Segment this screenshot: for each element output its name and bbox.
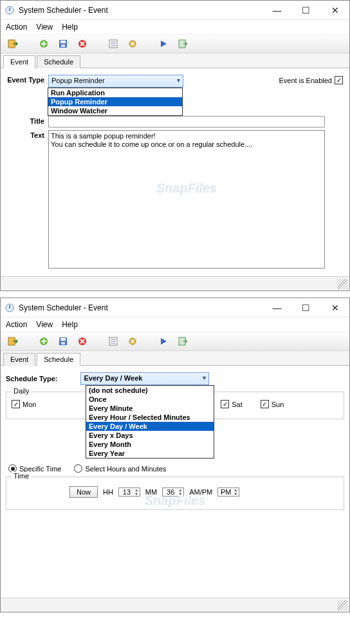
svg-rect-5: [60, 41, 66, 43]
day-sun-label: Sun: [272, 401, 284, 408]
text-label: Text: [6, 130, 48, 139]
save-icon[interactable]: [55, 333, 71, 350]
log-icon[interactable]: [174, 35, 191, 52]
hh-label: HH: [103, 488, 113, 496]
enabled-checkbox[interactable]: ✓: [335, 76, 343, 84]
list-icon[interactable]: [105, 333, 122, 350]
statusbar: [1, 598, 349, 612]
tab-schedule[interactable]: Schedule: [37, 353, 80, 366]
opt-every-month[interactable]: Every Month: [86, 440, 214, 449]
add-icon[interactable]: [35, 333, 52, 350]
menubar: Action View Help: [1, 317, 349, 332]
text-content: This is a sample popup reminder! You can…: [51, 132, 252, 148]
window-event-tab: System Scheduler - Event — ☐ ✕ Action Vi…: [0, 0, 350, 291]
titlebar: System Scheduler - Event — ☐ ✕: [1, 298, 349, 317]
title-input[interactable]: [48, 116, 325, 128]
day-mon[interactable]: ✓Mon: [12, 400, 36, 408]
menubar: Action View Help: [1, 20, 349, 34]
svg-rect-21: [61, 342, 65, 345]
schedule-panel: Schedule Type: Every Day / Week (do not …: [1, 366, 349, 598]
menu-help[interactable]: Help: [62, 23, 78, 32]
exit-icon[interactable]: [5, 35, 21, 52]
schedule-type-select[interactable]: Every Day / Week: [80, 372, 209, 385]
opt-every-x-days[interactable]: Every x Days: [86, 431, 214, 440]
close-button[interactable]: ✕: [320, 1, 349, 20]
enabled-label: Event is Enabled: [279, 77, 332, 84]
event-type-dropdown: Run Application Popup Reminder Window Wa…: [48, 88, 183, 116]
title-label: Title: [6, 116, 48, 125]
titlebar: System Scheduler - Event — ☐ ✕: [1, 1, 349, 20]
log-icon[interactable]: [174, 333, 191, 350]
event-enabled: Event is Enabled ✓: [279, 76, 343, 84]
opt-popup-reminder[interactable]: Popup Reminder: [48, 97, 182, 106]
save-icon[interactable]: [55, 35, 71, 52]
statusbar: [1, 276, 349, 290]
day-sat-label: Sat: [232, 401, 243, 408]
gear-icon[interactable]: [124, 333, 141, 350]
menu-action[interactable]: Action: [6, 320, 27, 329]
add-icon[interactable]: [35, 35, 52, 52]
opt-every-hour[interactable]: Every Hour / Selected Minutes: [86, 413, 214, 422]
tab-schedule[interactable]: Schedule: [37, 55, 80, 68]
svg-point-28: [131, 340, 134, 343]
ampm-spinner[interactable]: PM▲▼: [217, 488, 239, 497]
event-type-label: Event Type: [6, 75, 48, 84]
daily-legend: Daily: [12, 387, 31, 395]
svg-point-13: [131, 43, 134, 45]
delete-icon[interactable]: [74, 333, 91, 350]
svg-rect-6: [61, 44, 65, 47]
menu-help[interactable]: Help: [62, 320, 78, 329]
run-icon[interactable]: [155, 35, 172, 52]
delete-icon[interactable]: [74, 35, 91, 52]
day-mon-label: Mon: [23, 401, 36, 408]
close-button[interactable]: ✕: [320, 298, 349, 317]
watermark: SnapFiles: [156, 180, 217, 196]
mm-spinner[interactable]: 36▲▼: [162, 488, 184, 497]
tabs: Event Schedule: [1, 53, 349, 68]
event-type-select[interactable]: Popup Reminder: [48, 75, 183, 88]
run-icon[interactable]: [155, 333, 172, 350]
mm-label: MM: [145, 488, 157, 496]
specific-time-label: Specific Time: [19, 465, 61, 473]
time-legend: Time: [12, 472, 31, 480]
ampm-label: AM/PM: [189, 488, 212, 496]
radio-select-hours[interactable]: Select Hours and Minutes: [74, 464, 166, 473]
schedule-type-dropdown: (do not schedule) Once Every Minute Ever…: [86, 385, 214, 459]
day-sat[interactable]: ✓Sat: [221, 400, 243, 408]
minimize-button[interactable]: —: [262, 1, 291, 20]
hh-spinner[interactable]: 13▲▼: [118, 488, 140, 497]
time-fieldset: Time Now HH 13▲▼ MM 36▲▼ AM/PM PM▲▼: [6, 477, 344, 510]
svg-rect-16: [9, 305, 10, 308]
maximize-button[interactable]: ☐: [291, 1, 320, 20]
opt-every-day-week[interactable]: Every Day / Week: [86, 422, 214, 431]
opt-every-year[interactable]: Every Year: [86, 449, 214, 458]
resize-grip[interactable]: [337, 279, 347, 289]
tab-event[interactable]: Event: [3, 353, 35, 366]
resize-grip[interactable]: [337, 600, 347, 611]
opt-every-minute[interactable]: Every Minute: [86, 404, 214, 413]
opt-run-application[interactable]: Run Application: [48, 88, 182, 97]
svg-rect-1: [9, 8, 10, 11]
maximize-button[interactable]: ☐: [291, 298, 320, 317]
menu-action[interactable]: Action: [6, 23, 27, 32]
exit-icon[interactable]: [5, 333, 21, 350]
day-sun[interactable]: ✓Sun: [261, 400, 284, 408]
menu-view[interactable]: View: [36, 320, 53, 329]
window-title: System Scheduler - Event: [19, 6, 262, 15]
event-panel: Event is Enabled ✓ Event Type Popup Remi…: [1, 68, 349, 276]
schedule-type-label: Schedule Type:: [6, 375, 57, 383]
minimize-button[interactable]: —: [262, 298, 291, 317]
opt-do-not-schedule[interactable]: (do not schedule): [86, 386, 214, 395]
list-icon[interactable]: [105, 35, 122, 52]
opt-window-watcher[interactable]: Window Watcher: [48, 106, 182, 115]
menu-view[interactable]: View: [36, 23, 53, 32]
text-input[interactable]: This is a sample popup reminder! You can…: [48, 130, 325, 269]
window-schedule-tab: System Scheduler - Event — ☐ ✕ Action Vi…: [0, 298, 350, 612]
gear-icon[interactable]: [124, 35, 141, 52]
app-icon: [5, 303, 15, 313]
now-button[interactable]: Now: [69, 486, 98, 498]
opt-once[interactable]: Once: [86, 395, 214, 404]
tab-event[interactable]: Event: [3, 55, 35, 68]
tabs: Event Schedule: [1, 351, 349, 366]
toolbar: [1, 332, 349, 351]
